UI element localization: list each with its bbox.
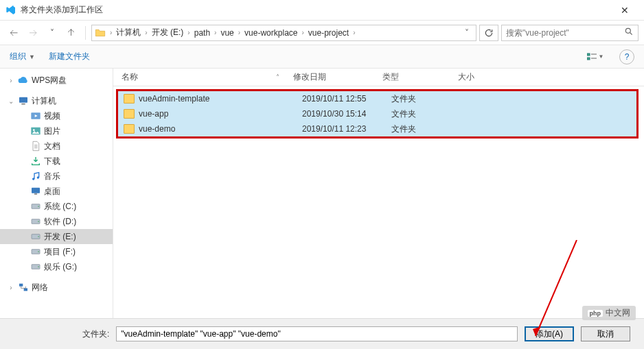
computer-icon bbox=[18, 95, 29, 106]
sidebar-item-label: 视频 bbox=[44, 110, 60, 122]
cancel-button[interactable]: 取消 bbox=[581, 326, 630, 341]
svg-line-1 bbox=[630, 33, 632, 35]
sidebar-item-drive[interactable]: 娱乐 (G:) bbox=[0, 259, 113, 274]
sidebar-item-wps[interactable]: › WPS网盘 bbox=[0, 73, 113, 88]
chevron-right-icon[interactable]: › bbox=[186, 29, 191, 36]
refresh-button[interactable] bbox=[479, 25, 498, 41]
chevron-right-icon[interactable]: › bbox=[108, 29, 113, 36]
network-icon bbox=[18, 282, 29, 293]
svg-rect-26 bbox=[19, 284, 23, 287]
file-list: 名称˄ 修改日期 类型 大小 vueAdmin-template2019/10/… bbox=[113, 69, 644, 318]
sidebar-item-picture[interactable]: 图片 bbox=[0, 123, 113, 139]
column-size[interactable]: 大小 bbox=[458, 71, 513, 83]
svg-rect-7 bbox=[21, 104, 25, 104]
sidebar-item-desktop[interactable]: 桌面 bbox=[0, 184, 113, 199]
watermark-text: 中文网 bbox=[606, 307, 630, 319]
file-date: 2019/10/11 12:23 bbox=[302, 124, 391, 134]
up-button[interactable]: 🡡 bbox=[63, 25, 80, 41]
cloud-icon bbox=[18, 75, 29, 86]
search-input[interactable] bbox=[506, 28, 624, 38]
sidebar-item-computer[interactable]: ⌄ 计算机 bbox=[0, 93, 113, 108]
search-icon[interactable] bbox=[624, 27, 634, 38]
sidebar-item-document[interactable]: 文档 bbox=[0, 139, 113, 154]
svg-point-23 bbox=[38, 251, 39, 252]
file-row[interactable]: vue-demo2019/10/11 12:23文件夹 bbox=[118, 121, 636, 136]
sidebar-item-video[interactable]: 视频 bbox=[0, 108, 113, 123]
forward-button[interactable]: 🡢 bbox=[25, 25, 41, 41]
chevron-right-icon[interactable]: › bbox=[143, 29, 148, 36]
file-name: vueAdmin-template bbox=[139, 94, 302, 104]
collapse-icon[interactable]: ⌄ bbox=[7, 97, 15, 105]
file-date: 2019/10/11 12:55 bbox=[302, 94, 391, 104]
file-name: vue-demo bbox=[139, 124, 302, 134]
sidebar-item-drive[interactable]: 软件 (D:) bbox=[0, 214, 113, 229]
back-button[interactable]: 🡠 bbox=[5, 25, 22, 41]
breadcrumb[interactable]: › 计算机 › 开发 (E:) › path › vue › vue-workp… bbox=[91, 25, 476, 41]
sidebar-item-label: 下载 bbox=[44, 156, 60, 167]
sidebar: › WPS网盘 ⌄ 计算机 视频图片文档下载音乐桌面系统 (C:)软件 (D:)… bbox=[0, 69, 113, 318]
help-button[interactable]: ? bbox=[619, 49, 634, 64]
column-name[interactable]: 名称˄ bbox=[122, 71, 293, 83]
sidebar-item-label: 网络 bbox=[32, 282, 48, 293]
crumb-project[interactable]: vue-project bbox=[306, 28, 352, 38]
drive-icon bbox=[30, 261, 41, 272]
organize-button[interactable]: 组织 ▼ bbox=[10, 51, 35, 62]
file-row[interactable]: vue-app2019/10/30 15:14文件夹 bbox=[118, 106, 636, 121]
crumb-path[interactable]: path bbox=[192, 28, 213, 38]
svg-point-0 bbox=[625, 28, 630, 33]
sidebar-item-network[interactable]: › 网络 bbox=[0, 280, 113, 295]
file-type: 文件夹 bbox=[391, 108, 467, 120]
sidebar-item-drive[interactable]: 系统 (C:) bbox=[0, 199, 113, 214]
sidebar-item-label: 开发 (E:) bbox=[44, 231, 76, 243]
svg-point-17 bbox=[38, 206, 39, 207]
folder-icon bbox=[124, 94, 135, 104]
video-icon bbox=[30, 110, 41, 121]
desktop-icon bbox=[30, 186, 41, 197]
file-name: vue-app bbox=[139, 109, 302, 119]
chevron-right-icon[interactable]: › bbox=[300, 29, 305, 36]
chevron-right-icon[interactable]: › bbox=[352, 29, 356, 36]
crumb-workplace[interactable]: vue-workplace bbox=[242, 28, 300, 38]
search-box[interactable] bbox=[501, 25, 639, 41]
crumb-computer[interactable]: 计算机 bbox=[113, 27, 143, 38]
titlebar: 将文件夹添加到工作区 ✕ bbox=[0, 0, 644, 21]
sidebar-item-download[interactable]: 下载 bbox=[0, 154, 113, 169]
column-type[interactable]: 类型 bbox=[382, 71, 458, 83]
svg-rect-14 bbox=[32, 188, 40, 193]
sidebar-item-label: 图片 bbox=[44, 125, 60, 137]
folder-field-label: 文件夹: bbox=[82, 328, 109, 340]
crumb-drive[interactable]: 开发 (E:) bbox=[149, 27, 187, 38]
sidebar-item-label: 软件 (D:) bbox=[44, 216, 76, 228]
php-badge: php bbox=[588, 310, 603, 317]
view-options-button[interactable]: ▼ bbox=[585, 49, 606, 64]
column-date[interactable]: 修改日期 bbox=[293, 71, 382, 83]
sidebar-item-drive[interactable]: 开发 (E:) bbox=[0, 229, 113, 244]
recent-dropdown[interactable]: ˅ bbox=[44, 25, 60, 41]
sidebar-item-label: 娱乐 (G:) bbox=[44, 261, 77, 273]
file-row[interactable]: vueAdmin-template2019/10/11 12:55文件夹 bbox=[118, 91, 636, 106]
file-rows-highlight: vueAdmin-template2019/10/11 12:55文件夹vue-… bbox=[116, 89, 639, 139]
sidebar-item-label: 桌面 bbox=[44, 186, 60, 197]
new-folder-button[interactable]: 新建文件夹 bbox=[49, 51, 90, 62]
sidebar-item-label: 系统 (C:) bbox=[44, 201, 76, 213]
crumb-vue[interactable]: vue bbox=[218, 28, 236, 38]
sidebar-item-drive[interactable]: 项目 (F:) bbox=[0, 244, 113, 259]
chevron-right-icon[interactable]: › bbox=[237, 29, 242, 36]
sidebar-item-label: WPS网盘 bbox=[32, 75, 67, 86]
chevron-down-icon: ▼ bbox=[29, 53, 35, 60]
sidebar-item-music[interactable]: 音乐 bbox=[0, 169, 113, 184]
breadcrumb-dropdown[interactable]: ˅ bbox=[461, 28, 473, 38]
chevron-right-icon[interactable]: › bbox=[213, 29, 218, 36]
drive-icon bbox=[30, 216, 41, 227]
svg-point-25 bbox=[38, 266, 39, 267]
expand-icon[interactable]: › bbox=[7, 77, 15, 84]
svg-point-12 bbox=[32, 178, 34, 180]
folder-icon bbox=[95, 27, 106, 38]
folder-name-input[interactable] bbox=[116, 326, 518, 341]
expand-icon[interactable]: › bbox=[7, 284, 15, 291]
add-button[interactable]: 添加(A) bbox=[525, 326, 574, 341]
file-type: 文件夹 bbox=[391, 93, 467, 105]
folder-icon bbox=[124, 109, 135, 119]
close-button[interactable]: ✕ bbox=[611, 5, 639, 16]
sidebar-item-label: 项目 (F:) bbox=[44, 246, 76, 258]
